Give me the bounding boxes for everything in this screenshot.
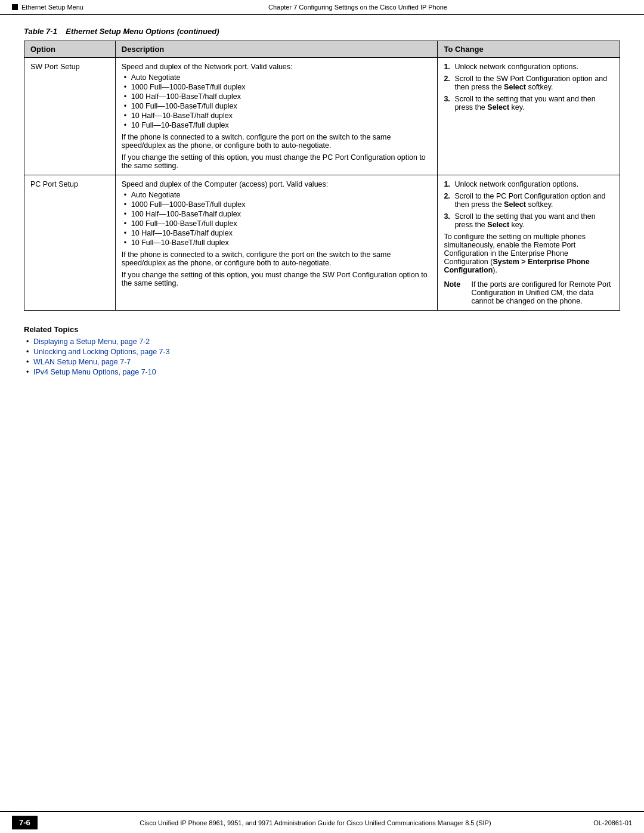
related-topics-section: Related Topics Displaying a Setup Menu, … [24,325,620,376]
table-row: PC Port Setup Speed and duplex of the Co… [24,175,620,311]
list-item: 1. Unlock network configuration options. [444,180,614,188]
row1-desc-para2: If you change the setting of this option… [122,153,432,170]
note-label: Note [444,280,465,305]
table-header-row: Option Description To Change [24,41,620,58]
list-item: 100 Half—100-BaseT/half duplex [122,92,432,101]
table-title-text: Ethernet Setup Menu Options (continued) [66,27,219,36]
col-header-option: Option [24,41,116,58]
table-title-num: 7-1 [46,27,57,36]
row2-description: Speed and duplex of the Computer (access… [115,175,438,311]
list-item: Auto Negotiate [122,73,432,82]
main-content: Table 7-1 Ethernet Setup Menu Options (c… [0,15,644,426]
header-center: Chapter 7 Configuring Settings on the Ci… [268,4,447,11]
related-topics-title: Related Topics [24,325,620,334]
related-link-4[interactable]: IPv4 Setup Menu Options, page 7-10 [33,368,156,376]
footer-doc-number: OL-20861-01 [593,819,632,826]
list-item: 10 Full—10-BaseT/full duplex [122,239,432,247]
list-item[interactable]: Displaying a Setup Menu, page 7-2 [24,337,620,346]
row1-description: Speed and duplex of the Network port. Va… [115,58,438,175]
list-item: 10 Full—10-BaseT/full duplex [122,121,432,129]
related-link-1[interactable]: Displaying a Setup Menu, page 7-2 [33,337,150,346]
row2-change: 1. Unlock network configuration options.… [438,175,620,311]
row2-extra-para: To configure the setting on multiple pho… [444,233,614,274]
row1-change: 1. Unlock network configuration options.… [438,58,620,175]
main-table: Option Description To Change SW Port Set… [24,41,620,311]
footer: 7-6 Cisco Unified IP Phone 8961, 9951, a… [0,811,644,833]
header-left: Ethernet Setup Menu [12,4,83,11]
row1-steps: 1. Unlock network configuration options.… [444,63,614,112]
list-item: 1. Unlock network configuration options. [444,63,614,71]
footer-center-text: Cisco Unified IP Phone 8961, 9951, and 9… [38,819,593,826]
row1-desc-intro: Speed and duplex of the Network port. Va… [122,63,293,71]
col-header-description: Description [115,41,438,58]
row2-bullet-list: Auto Negotiate 1000 Full—1000-BaseT/full… [122,191,432,247]
row1-desc-para1: If the phone is connected to a switch, c… [122,133,432,150]
table-title: Table 7-1 Ethernet Setup Menu Options (c… [24,27,620,36]
list-item[interactable]: IPv4 Setup Menu Options, page 7-10 [24,368,620,376]
related-topics-list: Displaying a Setup Menu, page 7-2 Unlock… [24,337,620,376]
list-item: 2. Scroll to the PC Port Configuration o… [444,192,614,209]
related-link-2[interactable]: Unlocking and Locking Options, page 7-3 [33,348,170,356]
list-item: 1000 Full—1000-BaseT/full duplex [122,83,432,91]
note-text: If the ports are configured for Remote P… [471,280,614,305]
header-chapter-text: Chapter 7 Configuring Settings on the Ci… [268,4,447,11]
related-link-3[interactable]: WLAN Setup Menu, page 7-7 [33,358,131,366]
list-item: 10 Half—10-BaseT/half duplex [122,229,432,237]
list-item: 3. Scroll to the setting that you want a… [444,95,614,112]
list-item: 100 Full—100-BaseT/full duplex [122,219,432,228]
list-item: 3. Scroll to the setting that you want a… [444,212,614,229]
top-header: Ethernet Setup Menu Chapter 7 Configurin… [0,0,644,15]
list-item: Auto Negotiate [122,191,432,199]
list-item: 2. Scroll to the SW Port Configuration o… [444,75,614,91]
list-item[interactable]: WLAN Setup Menu, page 7-7 [24,358,620,366]
row2-steps: 1. Unlock network configuration options.… [444,180,614,229]
footer-page-number: 7-6 [12,816,38,829]
row2-desc-para1: If the phone is connected to a switch, c… [122,250,432,267]
table-title-prefix: Table [24,27,44,36]
list-item: 1000 Full—1000-BaseT/full duplex [122,200,432,209]
row1-bullet-list: Auto Negotiate 1000 Full—1000-BaseT/full… [122,73,432,129]
row1-option: SW Port Setup [24,58,116,175]
square-icon [12,4,18,10]
row2-desc-para2: If you change the setting of this option… [122,271,432,287]
list-item: 10 Half—10-BaseT/half duplex [122,112,432,120]
col-header-change: To Change [438,41,620,58]
list-item: 100 Half—100-BaseT/half duplex [122,210,432,218]
header-section-label: Ethernet Setup Menu [21,4,83,11]
table-row: SW Port Setup Speed and duplex of the Ne… [24,58,620,175]
list-item[interactable]: Unlocking and Locking Options, page 7-3 [24,348,620,356]
row2-option: PC Port Setup [24,175,116,311]
row2-desc-intro: Speed and duplex of the Computer (access… [122,180,329,188]
row2-note: Note If the ports are configured for Rem… [444,280,614,305]
list-item: 100 Full—100-BaseT/full duplex [122,102,432,110]
